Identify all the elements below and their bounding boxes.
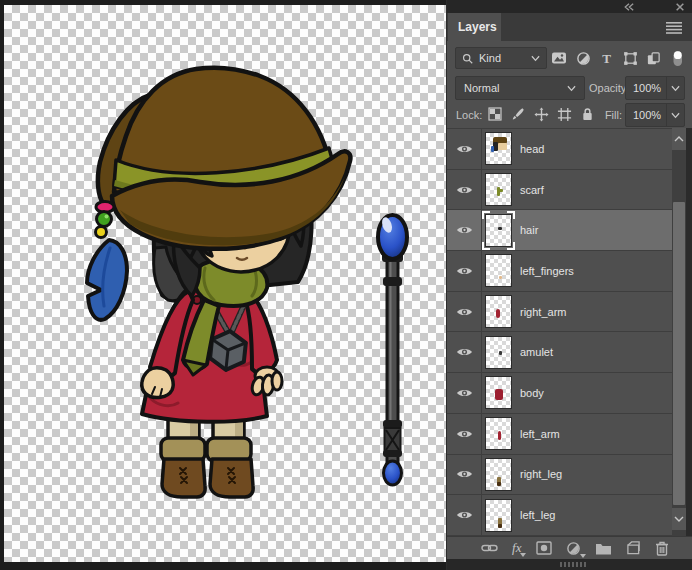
panel-bottom-strip	[447, 559, 692, 570]
bead-green	[97, 212, 112, 227]
chevron-down-icon	[567, 85, 576, 92]
type-layers-icon[interactable]: T	[599, 51, 614, 66]
layer-thumbnail[interactable]	[485, 214, 512, 247]
layer-visibility-toggle[interactable]	[447, 455, 482, 495]
layer-row[interactable]: right_leg	[447, 455, 672, 496]
layer-row[interactable]: left_fingers	[447, 251, 672, 292]
layers-panel-toolbar: fx	[447, 536, 692, 559]
opacity-value: 100%	[626, 82, 666, 94]
eye-icon	[456, 306, 473, 318]
layer-name: left_leg	[520, 509, 555, 521]
adjustment-layers-icon[interactable]	[576, 51, 591, 66]
layer-name: left_arm	[520, 428, 560, 440]
new-layer-icon[interactable]	[626, 541, 641, 555]
layer-row[interactable]: right_arm	[447, 292, 672, 333]
layer-visibility-toggle[interactable]	[447, 170, 482, 210]
layer-visibility-toggle[interactable]	[447, 251, 482, 291]
fill-field[interactable]: 100%	[625, 103, 685, 127]
panel-resize-grip[interactable]	[560, 562, 586, 567]
eye-icon	[456, 184, 473, 196]
close-panel-icon[interactable]	[675, 2, 685, 12]
svg-text:T: T	[602, 51, 611, 66]
selection-brackets	[482, 211, 515, 250]
layer-thumbnail[interactable]	[485, 417, 512, 450]
panel-menu-icon[interactable]	[665, 21, 683, 34]
layer-visibility-toggle[interactable]	[447, 332, 482, 372]
layer-name: left_fingers	[520, 265, 574, 277]
layer-styles-icon[interactable]: fx	[512, 541, 521, 555]
lock-artboard-icon[interactable]	[557, 107, 572, 122]
lock-move-icon[interactable]	[534, 107, 549, 122]
layer-row[interactable]: head	[447, 129, 672, 170]
layer-name: head	[520, 143, 544, 155]
thumbnail-content	[499, 351, 502, 355]
layer-thumbnail[interactable]	[485, 336, 512, 369]
layer-row[interactable]: left_leg	[447, 495, 672, 536]
layer-visibility-toggle[interactable]	[447, 292, 482, 332]
staff-sprite	[378, 215, 407, 485]
layer-visibility-toggle[interactable]	[447, 414, 482, 454]
scroll-thumb[interactable]	[673, 202, 685, 505]
opacity-chevron-button[interactable]	[666, 77, 684, 99]
scroll-down-button[interactable]	[672, 508, 686, 530]
chevron-down-icon	[671, 112, 680, 119]
layer-thumbnail[interactable]	[485, 499, 512, 532]
filter-toggle[interactable]	[670, 50, 685, 67]
fill-label: Fill:	[589, 109, 622, 121]
thumbnail-content	[498, 227, 502, 230]
blend-mode-dropdown[interactable]: Normal	[455, 76, 585, 100]
chevron-down-icon	[531, 55, 540, 62]
blend-mode-value: Normal	[464, 82, 567, 94]
thumbnail-content	[495, 389, 503, 400]
layer-name: right_leg	[520, 468, 562, 480]
lock-transparency-icon[interactable]	[488, 107, 502, 121]
layer-row[interactable]: hair	[447, 210, 672, 251]
new-group-icon[interactable]	[595, 542, 612, 555]
witch-character-sprite	[87, 68, 350, 497]
thumbnail-content	[496, 309, 500, 318]
tab-layers-label: Layers	[458, 20, 497, 34]
layer-thumbnail[interactable]	[485, 458, 512, 491]
new-adjustment-layer-icon[interactable]	[566, 541, 581, 556]
layer-visibility-toggle[interactable]	[447, 129, 482, 169]
layer-thumbnail[interactable]	[485, 254, 512, 287]
eye-icon	[456, 509, 473, 521]
eye-icon	[456, 224, 473, 236]
layer-visibility-toggle[interactable]	[447, 373, 482, 413]
layer-row[interactable]: scarf	[447, 170, 672, 211]
add-layer-mask-icon[interactable]	[536, 541, 552, 555]
tab-layers[interactable]: Layers	[448, 13, 501, 41]
opacity-field[interactable]: 100%	[625, 76, 685, 100]
layer-thumbnail[interactable]	[485, 173, 512, 206]
layer-thumbnail[interactable]	[485, 376, 512, 409]
character-artwork	[4, 5, 446, 562]
thumbnail-content	[499, 189, 503, 192]
search-icon	[462, 53, 473, 64]
eye-icon	[456, 265, 473, 277]
layer-thumbnail[interactable]	[485, 132, 512, 165]
layer-name: scarf	[520, 184, 544, 196]
shape-layers-icon[interactable]	[623, 51, 638, 66]
link-layers-icon[interactable]	[481, 542, 498, 554]
canvas-area[interactable]	[0, 0, 446, 570]
layer-list-scrollbar[interactable]	[672, 128, 686, 536]
lock-paint-icon[interactable]	[511, 107, 525, 121]
scroll-up-button[interactable]	[672, 128, 686, 150]
layer-visibility-toggle[interactable]	[447, 495, 482, 535]
smart-objects-icon[interactable]	[646, 51, 661, 66]
layer-visibility-toggle[interactable]	[447, 210, 482, 250]
eye-icon	[456, 428, 473, 440]
layer-row[interactable]: body	[447, 373, 672, 414]
kind-filter-dropdown[interactable]: Kind	[455, 47, 547, 69]
eye-icon	[456, 143, 473, 155]
delete-layer-icon[interactable]	[655, 541, 669, 556]
layer-row[interactable]: left_arm	[447, 414, 672, 455]
layer-row[interactable]: amulet	[447, 332, 672, 373]
layer-name: amulet	[520, 346, 553, 358]
layer-name: hair	[520, 224, 538, 236]
fill-chevron-button[interactable]	[666, 104, 684, 126]
layer-thumbnail[interactable]	[485, 295, 512, 328]
pixel-layers-icon[interactable]	[551, 50, 567, 66]
collapse-panel-icon[interactable]	[623, 2, 635, 12]
panel-titlebar	[447, 0, 692, 13]
